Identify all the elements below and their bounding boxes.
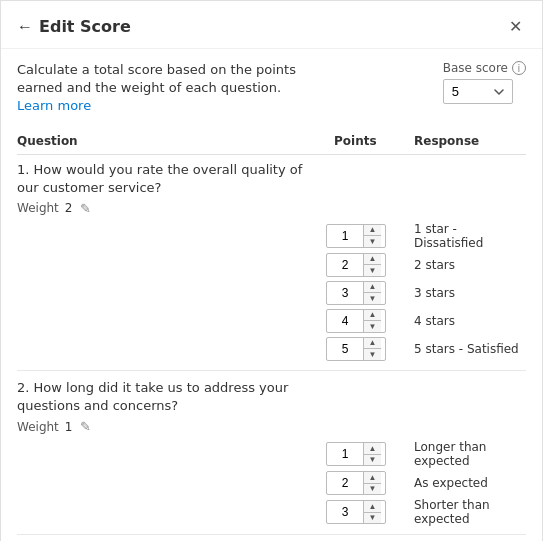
q1-r4-up[interactable]: ▲ [364,310,381,322]
q1-r3-up[interactable]: ▲ [364,282,381,294]
q2-text: 2. How long did it take us to address yo… [17,379,326,415]
table-row: ▲ ▼ Shorter than expected [17,498,526,526]
q1-meta: 1. How would you rate the overall qualit… [17,161,326,222]
q2-r3-down[interactable]: ▼ [364,513,381,524]
q1-r5-label: 5 stars - Satisfied [406,342,526,356]
divider-2 [17,534,526,535]
table-row: ▲ ▼ 3 stars [17,280,526,306]
q1-r5-input[interactable] [327,338,363,360]
close-button[interactable]: ✕ [505,15,526,38]
table-row: ▲ ▼ 5 stars - Satisfied [17,336,526,362]
intro-text: Calculate a total score based on the poi… [17,61,307,116]
q2-r1-down[interactable]: ▼ [364,455,381,466]
q1-responses: ▲ ▼ 1 star - Dissatisfied ▲ [17,222,526,362]
learn-more-link[interactable]: Learn more [17,98,91,113]
q2-r3-input[interactable] [327,501,363,523]
table-row: ▲ ▼ 2 stars [17,252,526,278]
q2-r2-label: As expected [406,476,526,490]
q1-r2-input[interactable] [327,254,363,276]
q2-r2-up[interactable]: ▲ [364,472,381,484]
q2-r3-up[interactable]: ▲ [364,501,381,513]
table-row: ▲ ▼ 1 star - Dissatisfied [17,222,526,250]
q2-r1-label: Longer than expected [406,440,526,468]
q1-r1-down[interactable]: ▼ [364,236,381,247]
q1-r4-input[interactable] [327,310,363,332]
q1-r5-down[interactable]: ▼ [364,349,381,360]
q1-edit-weight-button[interactable]: ✎ [78,201,93,216]
back-button[interactable]: ← [17,16,39,38]
q2-weight-row: Weight 1 ✎ [17,419,326,434]
q1-r2-down[interactable]: ▼ [364,265,381,276]
q2-r3-label: Shorter than expected [406,498,526,526]
q1-r4-down[interactable]: ▼ [364,321,381,332]
dialog-header: ← Edit Score ✕ [1,1,542,49]
intro-row: Calculate a total score based on the poi… [17,61,526,116]
q1-r3-down[interactable]: ▼ [364,293,381,304]
table-header: Question Points Response [17,130,526,155]
question-block-1: 1. How would you rate the overall qualit… [17,161,526,362]
q1-weight-row: Weight 2 ✎ [17,201,326,216]
dialog-body: Calculate a total score based on the poi… [1,49,542,541]
q1-r1-points: ▲ ▼ [326,224,406,248]
col-question: Question [17,134,326,148]
q1-r4-label: 4 stars [406,314,526,328]
q2-r1-input[interactable] [327,443,363,465]
col-points: Points [326,134,406,148]
q1-r5-up[interactable]: ▲ [364,338,381,350]
q2-r2-input[interactable] [327,472,363,494]
question-block-2: 2. How long did it take us to address yo… [17,379,526,526]
divider-1 [17,370,526,371]
table-row: ▲ ▼ As expected [17,470,526,496]
col-response: Response [406,134,526,148]
q2-responses: ▲ ▼ Longer than expected ▲ [17,440,526,526]
q2-meta: 2. How long did it take us to address yo… [17,379,326,440]
q1-r1-input[interactable] [327,225,363,247]
q2-weight-value: 1 [65,420,73,434]
q1-header-row: 1. How would you rate the overall qualit… [17,161,526,222]
q1-r3-label: 3 stars [406,286,526,300]
q1-r1-spinner: ▲ ▼ [326,224,386,248]
edit-score-dialog: ← Edit Score ✕ Calculate a total score b… [0,0,543,541]
table-row: ▲ ▼ 4 stars [17,308,526,334]
q2-r1-up[interactable]: ▲ [364,443,381,455]
base-score-select[interactable]: 5 1 2 3 4 10 [443,79,513,104]
base-score-group: Base score i 5 1 2 3 4 10 [443,61,526,104]
q1-text: 1. How would you rate the overall qualit… [17,161,326,197]
q1-weight-value: 2 [65,201,73,215]
q2-edit-weight-button[interactable]: ✎ [78,419,93,434]
q1-r1-up[interactable]: ▲ [364,225,381,237]
dialog-title: Edit Score [39,17,505,36]
q2-r2-down[interactable]: ▼ [364,484,381,495]
q2-header-row: 2. How long did it take us to address yo… [17,379,526,440]
table-row: ▲ ▼ Longer than expected [17,440,526,468]
info-icon: i [512,61,526,75]
base-score-label: Base score i [443,61,526,75]
q1-r1-label: 1 star - Dissatisfied [406,222,526,250]
q1-r2-up[interactable]: ▲ [364,254,381,266]
q1-r3-input[interactable] [327,282,363,304]
q1-r2-label: 2 stars [406,258,526,272]
